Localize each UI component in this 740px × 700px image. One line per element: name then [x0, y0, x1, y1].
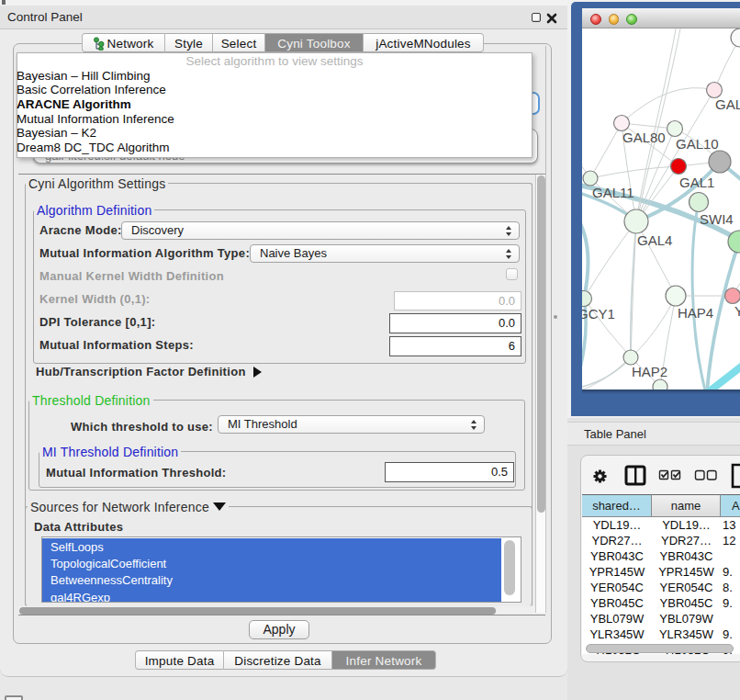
svg-text:HAP4: HAP4 — [678, 305, 713, 321]
svg-text:Y: Y — [734, 303, 740, 319]
svg-text:GAL11: GAL11 — [592, 185, 634, 200]
svg-text:GAL10: GAL10 — [676, 136, 719, 152]
svg-text:GAL7: GAL7 — [715, 96, 740, 112]
svg-text:GAL1: GAL1 — [679, 175, 714, 190]
svg-text:GCY1: GCY1 — [582, 306, 615, 322]
svg-text:SWI4: SWI4 — [700, 211, 734, 227]
svg-text:HAP2: HAP2 — [632, 364, 667, 379]
svg-text:GAL4: GAL4 — [637, 232, 672, 248]
svg-text:GAL80: GAL80 — [622, 130, 666, 145]
